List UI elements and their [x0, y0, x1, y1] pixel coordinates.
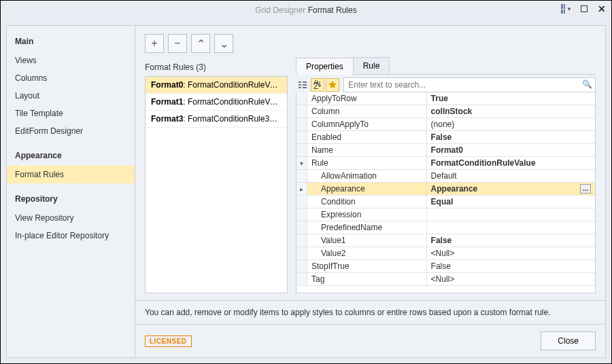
property-value: <Null>	[431, 274, 455, 284]
move-up-button[interactable]: ⌃	[191, 34, 210, 53]
chevron-down-icon: ▼	[566, 6, 572, 12]
property-row[interactable]: Expression	[296, 208, 595, 221]
property-name: ColumnApplyTo	[311, 120, 369, 129]
bottom-bar: LICENSED Close	[135, 324, 605, 357]
close-icon: ✕	[598, 3, 606, 14]
titlebar: Grid Designer Format Rules ▼ ✕	[1, 1, 611, 20]
properties-column: PropertiesRule AZ 🔍	[296, 57, 596, 293]
property-value: colInStock	[431, 107, 473, 116]
property-value: True	[431, 94, 448, 103]
move-down-button[interactable]: ⌄	[214, 34, 233, 53]
property-name: Enabled	[311, 132, 341, 142]
property-value: Default	[431, 171, 457, 181]
property-value: Format0	[431, 145, 463, 155]
property-row[interactable]: ApplyToRowTrue	[296, 92, 595, 105]
maximize-icon	[581, 5, 588, 12]
property-value: Appearance	[431, 184, 478, 194]
licensed-badge: LICENSED	[145, 335, 192, 347]
sidebar-group-title: Main	[7, 33, 135, 52]
property-row[interactable]: StopIfTrueFalse	[296, 260, 595, 273]
property-value: False	[431, 236, 452, 245]
maximize-button[interactable]	[579, 3, 590, 14]
search-icon[interactable]: 🔍	[582, 79, 592, 89]
search-input[interactable]	[344, 78, 595, 92]
property-name: Value1	[321, 236, 345, 245]
property-name: Tag	[311, 274, 324, 284]
sidebar-item-editform-designer[interactable]: EditForm Designer	[7, 122, 135, 140]
svg-rect-3	[303, 81, 307, 83]
property-value: Equal	[431, 197, 454, 206]
sidebar-item-tile-template[interactable]: Tile Template	[7, 105, 135, 122]
property-value: <Null>	[431, 249, 455, 258]
property-value: False	[431, 132, 452, 142]
sidebar-item-columns[interactable]: Columns	[7, 69, 135, 87]
content-row: Format Rules (3) Format0: FormatConditio…	[135, 57, 605, 300]
list-toolbar: + − ⌃ ⌄	[135, 26, 605, 57]
property-row[interactable]: ▸AppearanceAppearance...	[296, 183, 595, 196]
close-button[interactable]: Close	[541, 331, 596, 350]
property-value: False	[431, 261, 451, 271]
property-value: FormatConditionRuleValue	[431, 158, 536, 168]
grid-designer-window: Grid Designer Format Rules ▼ ✕ MainViews…	[0, 0, 612, 364]
svg-rect-1	[299, 84, 301, 86]
sidebar-item-layout[interactable]: Layout	[7, 87, 135, 105]
property-row[interactable]: PredefinedName	[296, 221, 595, 234]
ellipsis-button[interactable]: ...	[580, 184, 591, 194]
main-panel: + − ⌃ ⌄ Format Rules (3) Format0: Format…	[135, 25, 606, 358]
sidebar-item-in-place-editor-repository[interactable]: In-place Editor Repository	[7, 227, 135, 244]
tab-properties[interactable]: Properties	[296, 58, 354, 75]
list-item[interactable]: Format3: FormatConditionRule3ColorSc	[146, 111, 287, 128]
property-row[interactable]: AllowAnimationDefault	[296, 170, 595, 183]
format-rules-list-column: Format Rules (3) Format0: FormatConditio…	[145, 57, 288, 293]
hint-text: You can add, remove or modify items to a…	[135, 300, 605, 324]
tabs: PropertiesRule	[296, 57, 596, 75]
property-row[interactable]: NameFormat0	[296, 144, 595, 157]
list-item[interactable]: Format0: FormatConditionRuleValue	[146, 77, 287, 94]
property-name: AllowAnimation	[321, 171, 377, 181]
svg-text:Z: Z	[313, 81, 318, 90]
format-rules-list[interactable]: Format0: FormatConditionRuleValueFormat1…	[145, 76, 288, 293]
tab-rule[interactable]: Rule	[353, 57, 390, 74]
sidebar-group-title: Repository	[7, 190, 135, 209]
remove-button[interactable]: −	[168, 34, 187, 53]
list-item[interactable]: Format1: FormatConditionRuleValue	[146, 94, 287, 111]
property-row[interactable]: Value1False	[296, 234, 595, 247]
sidebar-item-format-rules[interactable]: Format Rules	[7, 166, 135, 183]
property-row[interactable]: Tag<Null>	[296, 273, 595, 286]
property-value: (none)	[431, 120, 455, 129]
svg-rect-2	[299, 87, 301, 88]
property-row[interactable]: ColumnApplyTo(none)	[296, 118, 595, 131]
property-name: Condition	[321, 197, 356, 206]
property-search[interactable]: 🔍	[343, 77, 596, 92]
property-grid[interactable]: ApplyToRowTrueColumncolInStockColumnAppl…	[296, 92, 596, 293]
property-name: Rule	[311, 158, 328, 168]
property-name: StopIfTrue	[311, 261, 350, 271]
property-row[interactable]: ▾RuleFormatConditionRuleValue	[296, 157, 595, 170]
categorized-icon[interactable]	[296, 78, 309, 92]
close-window-button[interactable]: ✕	[596, 3, 607, 14]
property-row[interactable]: ConditionEqual	[296, 196, 595, 208]
property-name: Column	[311, 107, 339, 116]
layout-icon-button[interactable]: ▼	[561, 3, 572, 14]
property-name: Value2	[321, 249, 345, 258]
svg-rect-4	[303, 84, 307, 86]
sidebar-item-view-repository[interactable]: View Repository	[7, 209, 135, 227]
sidebar: MainViewsColumnsLayoutTile TemplateEditF…	[6, 25, 135, 358]
property-name: Expression	[321, 210, 361, 219]
property-row[interactable]: ColumncolInStock	[296, 105, 595, 118]
sidebar-item-views[interactable]: Views	[7, 52, 135, 69]
title-main: Format Rules	[308, 5, 357, 15]
favorites-icon[interactable]	[326, 78, 339, 92]
svg-rect-5	[303, 87, 307, 88]
body: MainViewsColumnsLayoutTile TemplateEditF…	[1, 20, 611, 363]
window-controls: ▼ ✕	[561, 3, 607, 14]
property-toolbar: AZ 🔍	[296, 77, 596, 92]
list-header: Format Rules (3)	[145, 57, 288, 76]
property-name: Name	[311, 145, 333, 155]
property-row[interactable]: Value2<Null>	[296, 247, 595, 260]
add-button[interactable]: +	[145, 34, 164, 53]
property-name: PredefinedName	[321, 223, 382, 232]
alphabetical-icon[interactable]: AZ	[311, 78, 324, 92]
property-row[interactable]: EnabledFalse	[296, 131, 595, 144]
svg-rect-0	[299, 81, 301, 83]
